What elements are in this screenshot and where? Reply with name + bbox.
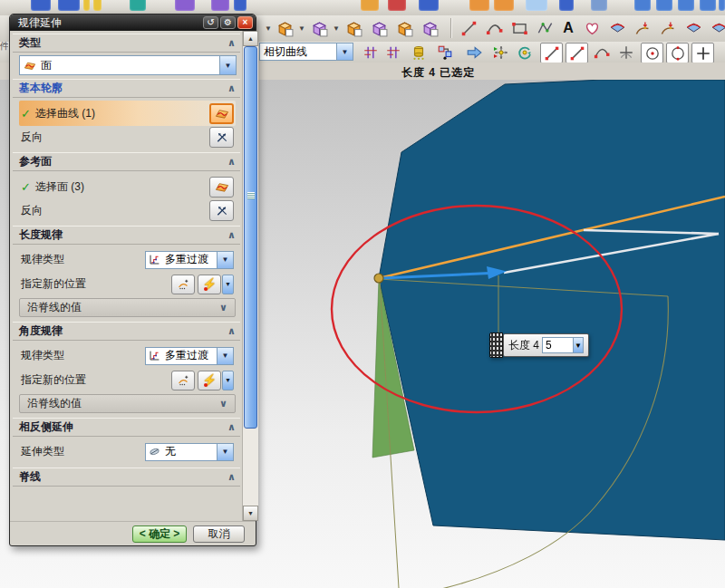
toolbar-icon[interactable] [93,0,102,11]
extension-type-dropdown[interactable]: 无 ▼ [145,443,234,461]
curve-on-curve-tool-icon[interactable] [632,17,653,39]
reverse-direction-button[interactable] [209,200,234,221]
toolbar-icon[interactable] [591,0,607,11]
reverse-direction-button[interactable] [209,127,234,148]
length-spine-value-bar[interactable]: 沿脊线的值 ∨ [19,298,236,317]
length-value-input[interactable] [543,338,573,352]
scrollbar-thumb[interactable] [244,46,257,429]
combo-dropdown-arrow[interactable]: ▼ [217,444,233,460]
toolbar-icon[interactable] [234,0,246,11]
extrude-feature-icon[interactable] [274,17,295,39]
type-group-header[interactable]: 类型 ∧ [13,34,240,53]
move-handle-icon[interactable] [490,43,511,62]
collapse-chevron-icon[interactable]: ∧ [227,325,236,337]
toolbar-icon[interactable] [678,0,694,11]
toolbar-icon[interactable] [211,0,229,11]
select-curve-row[interactable]: ✓ 选择曲线 (1) [19,101,236,126]
line-snap-icon[interactable] [540,43,563,63]
dimension-feature-icon[interactable] [308,17,330,39]
point-dropdown-arrow[interactable]: ▼ [222,275,234,294]
collapse-chevron-icon[interactable]: ∧ [227,229,236,241]
collapse-chevron-icon[interactable]: ∧ [227,82,236,94]
toolbar-icon[interactable] [58,0,80,11]
curve-rule-combo[interactable]: 相切曲线 ▼ [259,43,353,61]
scroll-down-button[interactable]: ▼ [243,506,258,521]
toolbar-icon[interactable] [526,0,547,11]
collapse-chevron-icon[interactable]: ∧ [227,471,236,483]
combo-dropdown-arrow[interactable]: ▼ [217,252,233,268]
dialog-options-button[interactable]: ⚙ [220,16,236,29]
scrollbar-track[interactable] [243,429,258,506]
route-chain-icon[interactable] [434,43,455,62]
feature-dropdown-arrow[interactable]: ▼ [298,24,305,33]
specify-point-button[interactable] [171,371,195,390]
toolbar-icon[interactable] [559,0,574,11]
length-law-type-dropdown[interactable]: 多重过渡 ▼ [145,251,234,269]
feature-dropdown-arrow[interactable]: ▼ [333,24,340,33]
collapse-chevron-icon[interactable]: ∧ [227,156,236,168]
dialog-reset-button[interactable]: ↺ [203,16,218,29]
cancel-button[interactable]: 取消 [193,525,245,543]
forward-arrow-icon[interactable] [463,43,484,62]
expand-chevron-icon[interactable]: ∨ [219,302,227,313]
collapse-chevron-icon[interactable]: ∧ [227,421,236,433]
drag-handle[interactable] [489,333,503,358]
closed-curve-tool-icon[interactable] [581,17,603,39]
toolbar-icon[interactable] [31,0,51,11]
toolbar-icon[interactable] [130,0,146,11]
toolbar-icon[interactable] [361,0,379,11]
anchor-point[interactable] [374,274,383,283]
arc-snap-icon[interactable] [591,43,612,62]
quick-pick-button[interactable]: ⚡ [198,275,221,294]
scroll-up-button[interactable]: ▲ [243,31,258,46]
prism-feature-icon[interactable] [368,17,390,39]
type-dropdown[interactable]: 面 ▼ [19,55,237,75]
expand-chevron-icon[interactable]: ∨ [219,398,227,410]
toolbar-icon[interactable] [494,0,514,11]
angle-law-type-dropdown[interactable]: 多重过渡 ▼ [145,347,234,365]
combo-dropdown-arrow[interactable]: ▼ [219,56,236,74]
select-face-row[interactable]: ✓ 选择面 (3) [19,174,236,199]
opposite-extension-header[interactable]: 相反侧延伸 ∧ [13,418,240,437]
line-tool-icon[interactable] [458,17,479,39]
reference-face-header[interactable]: 参考面 ∧ [13,152,240,171]
angle-spine-value-bar[interactable]: 沿脊线的值 ∨ [19,394,236,413]
collapse-chevron-icon[interactable]: ∧ [227,37,236,49]
parallel-constraint-icon[interactable] [360,43,381,62]
rotate-handle-icon[interactable] [514,43,535,62]
plus-snap-icon[interactable] [691,43,714,63]
sheet-surface-tool-icon[interactable] [606,17,628,39]
sheet-surface3-tool-icon[interactable] [708,17,725,39]
combo-dropdown-arrow[interactable]: ▼ [336,43,353,60]
angle-law-header[interactable]: 角度规律 ∧ [13,322,240,341]
ok-button[interactable]: < 确定 > [132,525,187,543]
parallel2-constraint-icon[interactable] [382,43,403,62]
select-face-button[interactable] [209,177,234,198]
toolbar-icon[interactable] [719,0,725,11]
text-tool-icon[interactable]: A [557,17,579,39]
sheet-surface2-tool-icon[interactable] [682,17,704,39]
polyline-tool-icon[interactable] [534,17,556,39]
arc-tool-icon[interactable] [483,17,505,39]
cross-snap-icon[interactable] [615,43,636,62]
toolbar-icon[interactable] [175,0,195,11]
toolbar-icon[interactable] [419,0,439,11]
line2-snap-icon[interactable] [566,43,588,63]
combo-dropdown-arrow[interactable]: ▼ [217,348,233,364]
curve-on-curve2-tool-icon[interactable] [657,17,679,39]
length-spinner-button[interactable]: ▼ [573,338,583,352]
surface-body[interactable] [379,80,725,540]
wand-feature-icon[interactable] [393,17,415,39]
specify-point-button[interactable] [171,275,195,294]
spine-group-header[interactable]: 脊线 ∧ [13,468,240,487]
toolbar-icon[interactable] [388,0,406,11]
point-dropdown-arrow[interactable]: ▼ [222,371,234,390]
circle-center-snap-icon[interactable] [641,43,663,63]
dialog-close-button[interactable]: × [237,16,253,29]
rectangle-tool-icon[interactable] [508,17,530,39]
block-feature-icon[interactable] [343,17,364,39]
select-curve-button[interactable] [209,103,234,124]
length-law-header[interactable]: 长度规律 ∧ [13,226,240,245]
dialog-scrollbar[interactable]: ▲ ▼ [242,31,258,521]
toolbar-icon[interactable] [656,0,672,11]
